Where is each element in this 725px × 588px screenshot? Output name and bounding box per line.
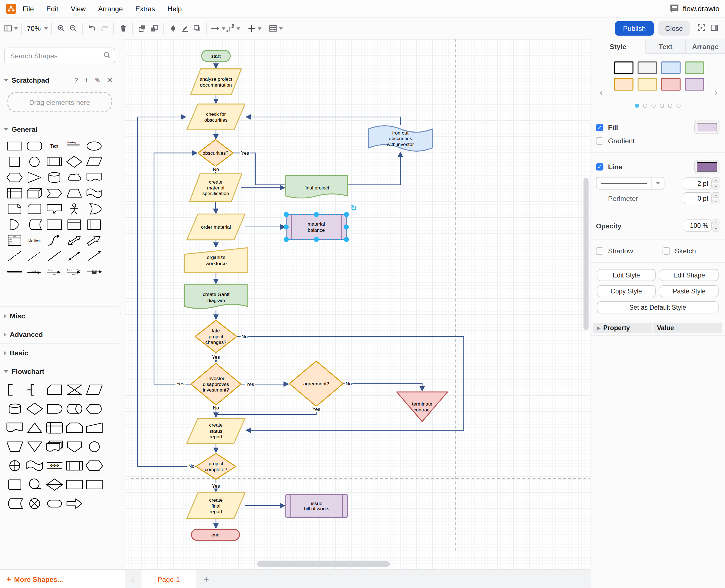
- add-icon[interactable]: +: [84, 76, 89, 85]
- shape-triangle[interactable]: [24, 170, 44, 185]
- presets-page-dot-3[interactable]: [660, 103, 664, 108]
- node-check[interactable]: [187, 104, 245, 130]
- style-preset-3[interactable]: [685, 61, 704, 74]
- shape-merge[interactable]: [24, 437, 44, 456]
- node-spec[interactable]: [189, 174, 242, 202]
- selection-handle[interactable]: [284, 225, 289, 230]
- selection-handle[interactable]: [344, 212, 349, 217]
- set-as-default-style-button[interactable]: Set as Default Style: [597, 301, 719, 313]
- selection-handle[interactable]: [284, 212, 289, 217]
- opacity-down[interactable]: ▼: [712, 226, 719, 231]
- shape-process[interactable]: [44, 154, 64, 170]
- shape-dashed-line[interactable]: [4, 248, 24, 264]
- page-tab[interactable]: Page-1: [142, 570, 196, 588]
- node-material-balance[interactable]: [286, 214, 346, 239]
- tab-arrange[interactable]: Arrange: [686, 39, 725, 53]
- shape-sequential-access[interactable]: [24, 475, 44, 494]
- presets-page-dot-0[interactable]: [635, 103, 639, 108]
- style-preset-5[interactable]: [638, 78, 657, 91]
- section-scratchpad[interactable]: Scratchpad ? + ✎ ✕: [0, 70, 119, 90]
- shape-fc-preparation[interactable]: [84, 456, 104, 475]
- edit-shape-button[interactable]: Edit Shape: [660, 269, 718, 281]
- shape-list[interactable]: ListItem 1Item 2Item 3: [4, 233, 24, 248]
- perimeter-down[interactable]: ▼: [712, 199, 719, 204]
- shadow-button[interactable]: [191, 22, 203, 35]
- menu-view[interactable]: View: [71, 4, 85, 12]
- shape-step[interactable]: [44, 185, 64, 201]
- shape-thin-arrow[interactable]: [84, 248, 104, 264]
- to-back-button[interactable]: [148, 22, 160, 35]
- shape-card[interactable]: [24, 201, 44, 217]
- node-complete[interactable]: [196, 454, 236, 479]
- edit-style-button[interactable]: Edit Style: [597, 269, 656, 281]
- shape-arrow-label[interactable]: Label: [24, 264, 44, 280]
- value-column-header[interactable]: Value: [653, 322, 722, 333]
- tab-style[interactable]: Style: [591, 39, 646, 54]
- section-general[interactable]: General: [0, 120, 119, 138]
- shape-off-page-connector[interactable]: [64, 437, 84, 456]
- shape-collate[interactable]: [64, 380, 84, 399]
- perimeter-input[interactable]: 0 pt: [684, 192, 711, 204]
- vertical-scrollbar[interactable]: [583, 178, 588, 330]
- pages-menu-icon[interactable]: ⋮: [125, 570, 141, 588]
- close-icon[interactable]: ✕: [106, 76, 113, 84]
- style-preset-7[interactable]: [685, 78, 704, 91]
- delete-button[interactable]: [117, 22, 129, 35]
- line-color-button[interactable]: [695, 160, 719, 173]
- shape-curve[interactable]: [44, 233, 64, 248]
- shape-annotation-bracket[interactable]: [24, 380, 44, 399]
- shape-fc-start-circle[interactable]: [84, 475, 104, 494]
- connection-button[interactable]: [210, 22, 226, 35]
- to-front-button[interactable]: [136, 22, 148, 35]
- line-style-dropdown[interactable]: [596, 177, 664, 190]
- zoom-percent-button[interactable]: 70%: [25, 22, 48, 35]
- node-start[interactable]: [202, 50, 230, 62]
- node-terminate[interactable]: [397, 392, 448, 422]
- shape-arrow[interactable]: [84, 233, 104, 248]
- shape-horizontal-container[interactable]: [84, 217, 104, 232]
- fill-checkbox[interactable]: ✓: [596, 124, 603, 131]
- search-icon[interactable]: [103, 51, 111, 59]
- edge-7[interactable]: [215, 202, 216, 214]
- shape-extract[interactable]: [24, 418, 44, 438]
- gradient-checkbox[interactable]: [596, 137, 603, 144]
- shape-cube[interactable]: [24, 185, 44, 201]
- horizontal-scrollbar[interactable]: [257, 561, 390, 567]
- more-shapes-button[interactable]: + More Shapes...: [6, 574, 63, 584]
- tab-text[interactable]: Text: [646, 39, 686, 53]
- shape-dotted-line[interactable]: [24, 248, 44, 264]
- copy-style-button[interactable]: Copy Style: [597, 285, 656, 297]
- selection-handle[interactable]: [344, 225, 349, 230]
- edge-17[interactable]: [216, 406, 316, 415]
- paste-style-button[interactable]: Paste Style: [660, 285, 718, 297]
- opacity-up[interactable]: ▲: [712, 219, 719, 225]
- node-investor[interactable]: [191, 363, 241, 405]
- node-late-changes[interactable]: [195, 320, 236, 353]
- shape-fc-display[interactable]: [84, 399, 104, 418]
- menu-file[interactable]: File: [23, 4, 34, 12]
- shape-fc-start-ellipse[interactable]: [64, 475, 84, 494]
- shape-hexagon[interactable]: [4, 170, 24, 185]
- format-panel-icon[interactable]: [710, 23, 719, 33]
- diagram-canvas[interactable]: ↻startanalyse project documentationcheck…: [125, 39, 590, 569]
- node-final-project[interactable]: [286, 176, 348, 198]
- perimeter-up[interactable]: ▲: [712, 192, 719, 198]
- edge-4[interactable]: [246, 117, 400, 125]
- shadow-checkbox[interactable]: [596, 247, 603, 254]
- shape-annotation-left[interactable]: [4, 380, 24, 399]
- selection-handle[interactable]: [314, 212, 319, 217]
- shape-circle[interactable]: [24, 154, 44, 170]
- shape-fc-decision[interactable]: [24, 399, 44, 418]
- shape-vertical-container[interactable]: [64, 217, 84, 232]
- shape-direct-access-storage[interactable]: [64, 399, 84, 418]
- insert-button[interactable]: [247, 22, 262, 35]
- edit-icon[interactable]: ✎: [95, 76, 101, 84]
- close-button[interactable]: Close: [658, 21, 690, 36]
- rotate-handle-icon[interactable]: ↻: [350, 204, 357, 212]
- line-color-button[interactable]: [179, 22, 191, 35]
- menu-help[interactable]: Help: [167, 4, 182, 12]
- fill-color-button[interactable]: [695, 121, 719, 134]
- shape-container[interactable]: [44, 217, 64, 232]
- undo-button[interactable]: [86, 22, 98, 35]
- shape-arrow-box[interactable]: [84, 264, 104, 280]
